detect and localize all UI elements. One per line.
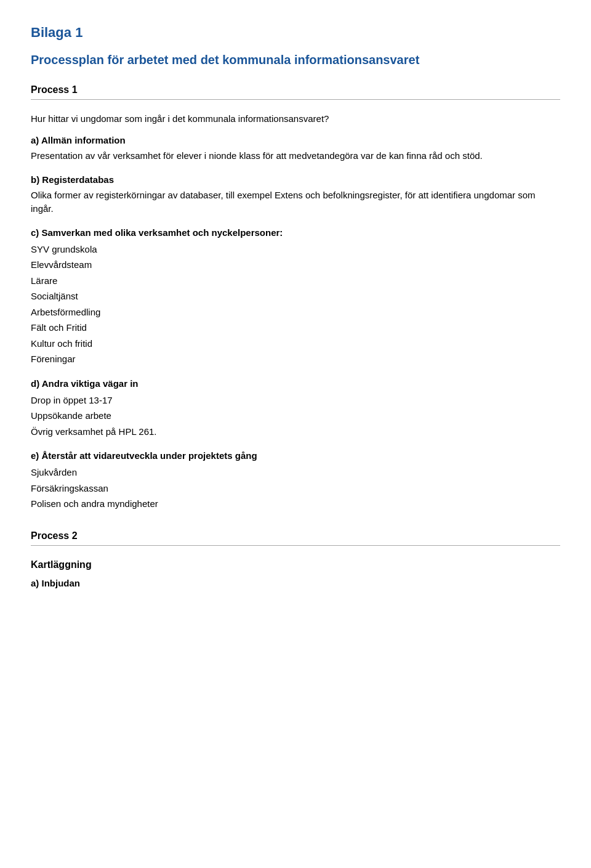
section-b-body: Olika former av registerkörningar av dat… xyxy=(31,189,560,216)
process-1-question: Hur hittar vi ungdomar som ingår i det k… xyxy=(31,113,560,124)
section-c-heading: c) Samverkan med olika verksamhet och ny… xyxy=(31,227,560,238)
section-b-heading: b) Registerdatabas xyxy=(31,174,560,185)
list-item: Föreningar xyxy=(31,351,560,367)
section-d: d) Andra viktiga vägar in Drop in öppet … xyxy=(31,378,560,440)
page-title: Bilaga 1 xyxy=(31,25,560,41)
list-item: Socialtjänst xyxy=(31,288,560,304)
list-item: Lärare xyxy=(31,273,560,289)
list-item: Elevvårdsteam xyxy=(31,257,560,273)
process-2-divider xyxy=(31,545,560,546)
process-1-divider xyxy=(31,99,560,100)
list-item: Kultur och fritid xyxy=(31,336,560,352)
section-e: e) Återstår att vidareutveckla under pro… xyxy=(31,450,560,512)
list-item: Uppsökande arbete xyxy=(31,408,560,424)
page-subtitle: Processplan för arbetet med det kommunal… xyxy=(31,53,560,67)
section-e-heading: e) Återstår att vidareutveckla under pro… xyxy=(31,450,560,461)
list-item: Försäkringskassan xyxy=(31,481,560,497)
process-2-block: Process 2 Kartläggning a) Inbjudan xyxy=(31,530,560,588)
section-a: a) Allmän information Presentation av vå… xyxy=(31,135,560,163)
list-item: Arbetsförmedling xyxy=(31,304,560,320)
section-a-body: Presentation av vår verksamhet för eleve… xyxy=(31,149,560,163)
process-1-label: Process 1 xyxy=(31,84,560,95)
section-b: b) Registerdatabas Olika former av regis… xyxy=(31,174,560,216)
section-d-heading: d) Andra viktiga vägar in xyxy=(31,378,560,389)
list-item: Övrig verksamhet på HPL 261. xyxy=(31,424,560,440)
process-2-inbjudan: a) Inbjudan xyxy=(31,578,560,588)
list-item: Fält och Fritid xyxy=(31,320,560,336)
section-c: c) Samverkan med olika verksamhet och ny… xyxy=(31,227,560,367)
section-a-heading: a) Allmän information xyxy=(31,135,560,145)
list-item: Drop in öppet 13-17 xyxy=(31,392,560,408)
list-item: SYV grundskola xyxy=(31,241,560,258)
list-item: Polisen och andra myndigheter xyxy=(31,496,560,512)
process-1-block: Process 1 Hur hittar vi ungdomar som ing… xyxy=(31,84,560,512)
process-2-kartlaggning: Kartläggning xyxy=(31,559,560,570)
process-2-label: Process 2 xyxy=(31,530,560,541)
list-item: Sjukvården xyxy=(31,464,560,481)
